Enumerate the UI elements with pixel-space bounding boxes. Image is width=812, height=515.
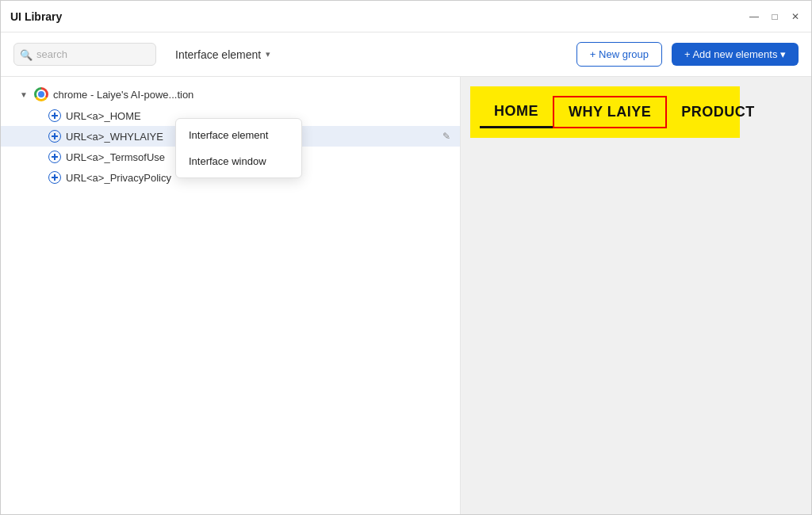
- nav-item-whylaiye[interactable]: WHY LAIYE: [553, 96, 667, 128]
- new-group-label: + New group: [590, 48, 649, 60]
- chrome-favicon-icon: [34, 87, 48, 101]
- main-area: ▼ chrome - Laiye's AI-powe...tion URL<a>…: [1, 77, 811, 515]
- url-icon-2: [48, 130, 61, 143]
- tree-sidebar: ▼ chrome - Laiye's AI-powe...tion URL<a>…: [1, 77, 461, 515]
- nav-item-home[interactable]: HOME: [480, 97, 553, 128]
- add-elements-button[interactable]: + Add new elements ▾: [672, 43, 799, 66]
- tree-root-node[interactable]: ▼ chrome - Laiye's AI-powe...tion: [1, 83, 460, 105]
- menu-item-interface-window[interactable]: Interface window: [176, 148, 301, 174]
- app-title: UI Library: [10, 10, 62, 23]
- chevron-down-icon: ▾: [266, 49, 270, 59]
- close-button[interactable]: ✕: [789, 10, 802, 23]
- preview-panel: HOME WHY LAIYE PRODUCT: [461, 77, 811, 515]
- search-wrapper: 🔍: [13, 43, 156, 66]
- interface-type-dropdown[interactable]: Interface element ▾: [166, 44, 280, 66]
- nav-preview: HOME WHY LAIYE PRODUCT: [470, 86, 740, 138]
- url-icon-4: [48, 171, 61, 184]
- maximize-button[interactable]: □: [768, 10, 781, 23]
- search-input[interactable]: [13, 43, 156, 66]
- add-elements-label: + Add new elements ▾: [684, 48, 786, 60]
- interface-type-menu: Interface element Interface window: [175, 118, 302, 178]
- title-bar: UI Library — □ ✕: [1, 1, 811, 32]
- toolbar: 🔍 Interface element ▾ + New group + Add …: [1, 32, 811, 77]
- nav-item-product[interactable]: PRODUCT: [667, 97, 769, 127]
- root-node-label: chrome - Laiye's AI-powe...tion: [53, 89, 450, 101]
- search-icon: 🔍: [20, 48, 33, 60]
- collapse-icon: ▼: [20, 90, 29, 99]
- menu-item-interface-element[interactable]: Interface element: [176, 122, 301, 148]
- new-group-button[interactable]: + New group: [576, 42, 662, 67]
- dropdown-label: Interface element: [175, 48, 261, 61]
- window-controls: — □ ✕: [748, 10, 802, 23]
- url-icon: [48, 109, 61, 122]
- minimize-button[interactable]: —: [748, 10, 760, 23]
- edit-icon[interactable]: ✎: [442, 131, 450, 142]
- url-icon-3: [48, 151, 61, 163]
